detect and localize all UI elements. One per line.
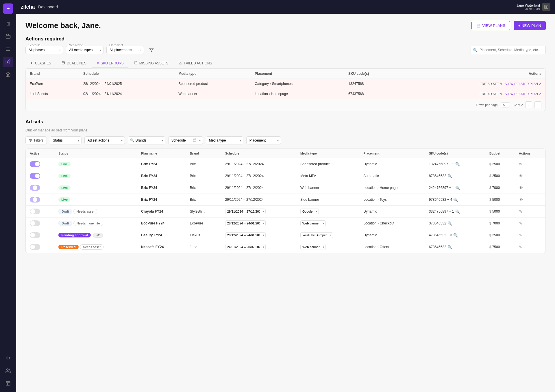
col-sku: SKU code(s)	[344, 69, 403, 79]
brand-cell: StyleShift	[186, 206, 221, 218]
brand-cell: FlexFit	[186, 229, 221, 241]
view-icon[interactable]: 👁	[519, 197, 523, 202]
placement-cell: Location › Homepage	[251, 89, 344, 99]
edit-icon[interactable]: ✎	[519, 233, 522, 237]
adsets-subtitle: Quickly manage ad sets from your plans.	[25, 128, 546, 132]
schedule-select[interactable]: 28/12/2024 – 24/01/2024	[225, 232, 266, 238]
sku-cell: 3324756897 + 1 🔍	[425, 206, 485, 218]
svg-point-4	[7, 369, 8, 370]
sku-search-icon[interactable]: 🔍	[447, 221, 452, 226]
adsets-placement-filter[interactable]: Placement	[246, 136, 281, 144]
sidebar-item-warehouse[interactable]	[3, 69, 13, 80]
sku-search-icon[interactable]: 🔍	[455, 186, 460, 190]
action-cell: ✎	[515, 241, 545, 253]
view-related-plan-link[interactable]: VIEW RELATED PLAN ↗	[505, 92, 541, 96]
active-toggle[interactable]	[30, 161, 40, 167]
active-toggle[interactable]	[30, 185, 40, 191]
sidebar-item-list[interactable]	[3, 44, 13, 54]
edit-icon[interactable]: ✎	[519, 221, 522, 226]
plan-cell: Nescafe FY24	[137, 241, 186, 253]
sku-cell: 978646532 + 4 🔍	[425, 194, 485, 206]
status-badge: Reserved	[58, 245, 79, 249]
status-cell: ReservedNeeds asset	[54, 241, 137, 253]
adsets-schedule-filter[interactable]: Schedule	[168, 136, 203, 144]
pagination-prev[interactable]: ‹	[525, 101, 532, 108]
topbar: zitcha Dashboard Jane Waterford Acme RMN	[16, 0, 555, 14]
sku-search-icon[interactable]: 🔍	[455, 162, 460, 166]
media-type-select[interactable]: Google	[300, 209, 319, 214]
status-cell: Live	[54, 194, 137, 206]
edit-ad-set-link[interactable]: EDIT AD SET ✎	[480, 92, 502, 96]
placement-filter-wrap: Placement All placements	[106, 46, 144, 54]
schedule-select[interactable]: 24/01/2024 – 20/02/2024	[225, 244, 266, 250]
status-badge: Live	[58, 162, 71, 166]
tab-missing-assets-label: MISSING ASSETS	[139, 61, 169, 65]
sidebar-item-edit[interactable]	[3, 57, 13, 67]
media-type-select[interactable]: Web banner	[300, 220, 326, 226]
rows-per-page-select[interactable]: 5	[501, 102, 510, 107]
pagination-range: 1-2 of 2	[512, 103, 523, 107]
view-icon[interactable]: 👁	[519, 174, 523, 178]
view-icon[interactable]: 👁	[519, 162, 523, 166]
media-type-cell: Meta MPA	[296, 170, 359, 182]
active-toggle[interactable]	[30, 209, 40, 214]
edit-ad-set-link[interactable]: EDIT AD SET ✎	[480, 82, 502, 86]
tab-sku-errors[interactable]: # SKU ERRORS	[92, 59, 128, 68]
adsets-media-type-filter[interactable]: Media type	[206, 136, 243, 144]
media-type-select[interactable]: YouTube Bumper	[300, 232, 333, 238]
status-cell: Pending approval+2	[54, 229, 137, 241]
active-toggle[interactable]	[30, 244, 40, 250]
adsets-filter-button[interactable]: Filters	[25, 136, 47, 144]
edit-icon[interactable]: ✎	[519, 245, 522, 249]
tab-missing-assets[interactable]: MISSING ASSETS	[130, 59, 173, 68]
brand-cell: EcoPure	[186, 218, 221, 229]
tab-clashes[interactable]: ✦ CLASHES	[25, 59, 56, 68]
sidebar-item-settings[interactable]: ⚙	[3, 353, 13, 363]
adsets-status-filter[interactable]: Status	[50, 136, 82, 144]
action-cell: ✎	[515, 218, 545, 229]
active-cell	[26, 170, 54, 182]
pagination-next[interactable]: ›	[534, 101, 541, 108]
view-related-plan-link[interactable]: VIEW RELATED PLAN ↗	[505, 82, 541, 86]
sku-search-icon[interactable]: 🔍	[447, 245, 452, 249]
adsets-title: Ad sets	[25, 119, 546, 125]
tab-deadlines[interactable]: DEADLINES	[57, 59, 91, 68]
sku-cell: 878646532 🔍	[425, 170, 485, 182]
budget-cell: $ 2500	[485, 229, 515, 241]
filter-icon[interactable]	[147, 45, 156, 55]
adsets-actions-filter[interactable]: Ad set actions	[84, 136, 125, 144]
sidebar-item-store[interactable]	[3, 31, 13, 42]
add-button[interactable]: +	[3, 3, 13, 14]
sidebar-item-grid[interactable]: ⊞	[3, 18, 13, 29]
search-input[interactable]	[471, 46, 546, 54]
table-row: ReservedNeeds asset Nescafe FY24 Juno 24…	[26, 241, 545, 253]
col-brand: Brand	[186, 149, 221, 158]
tab-failed-actions[interactable]: ⚠ FAILED ACTIONS	[174, 59, 217, 68]
media-type-filter[interactable]: All media types	[66, 46, 103, 54]
schedule-filter[interactable]: All phases	[25, 46, 63, 54]
active-toggle[interactable]	[30, 197, 40, 202]
sidebar-item-reports[interactable]	[3, 378, 13, 389]
view-plans-button[interactable]: VIEW PLANS	[471, 21, 510, 30]
media-type-select[interactable]: Web banner	[300, 244, 326, 250]
budget-cell: $ 7000	[485, 182, 515, 194]
sku-search-icon[interactable]: 🔍	[447, 174, 452, 178]
new-plan-button[interactable]: + NEW PLAN	[514, 21, 546, 30]
edit-icon[interactable]: ✎	[519, 209, 522, 214]
view-icon[interactable]: 👁	[519, 185, 523, 190]
sidebar-item-users[interactable]	[3, 365, 13, 376]
sku-search-icon[interactable]: 🔍	[453, 233, 458, 237]
active-toggle[interactable]	[30, 232, 40, 238]
active-toggle[interactable]	[30, 220, 40, 226]
sku-search-icon[interactable]: 🔍	[455, 209, 460, 214]
sku-search-icon[interactable]: 🔍	[453, 198, 458, 202]
actions-table: Brand Schedule Media type Placement SKU …	[26, 69, 545, 99]
brand-cell: EcoPure	[26, 79, 79, 89]
schedule-select[interactable]: 29/11/2024 – 27/12/2024	[225, 209, 266, 214]
placement-cell: Location › Home page	[359, 182, 425, 194]
schedule-select[interactable]: 28/12/2024 – 24/01/2024	[225, 220, 266, 226]
table-row: Live Brix FY24 Brix 29/11/2024 – 27/12/2…	[26, 158, 545, 170]
placement-filter[interactable]: All placements	[106, 46, 144, 54]
budget-cell: $ 7500	[485, 241, 515, 253]
active-toggle[interactable]	[30, 173, 40, 179]
